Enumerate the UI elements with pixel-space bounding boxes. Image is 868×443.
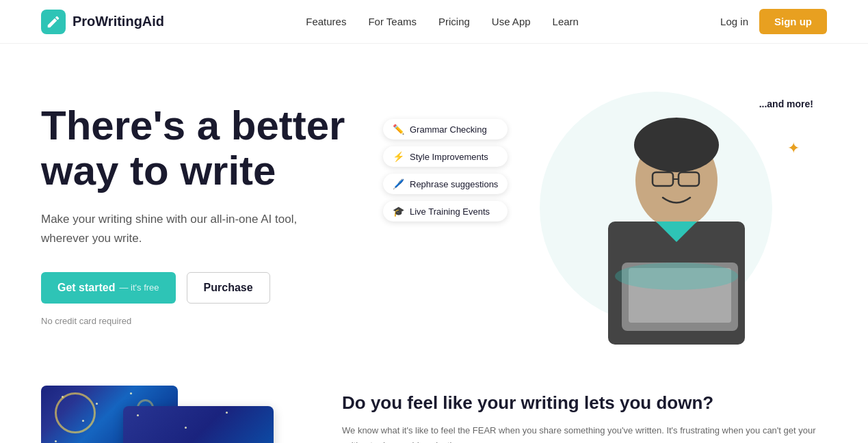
nav-links: Features For Teams Pricing Use App Learn: [306, 16, 579, 28]
svg-point-8: [615, 263, 738, 290]
get-started-button[interactable]: Get started — it's free: [41, 272, 176, 304]
nav-actions: Log in Sign up: [720, 9, 827, 34]
person-svg: [581, 85, 772, 345]
hero-person-graphic: [567, 78, 786, 345]
hero-buttons: Get started — it's free Purchase: [41, 272, 424, 304]
hero-right: ✏️ Grammar Checking ⚡ Style Improvements…: [424, 85, 827, 345]
second-section-heading: Do you feel like your writing lets you d…: [342, 392, 827, 414]
signup-button[interactable]: Sign up: [759, 9, 827, 34]
login-button[interactable]: Log in: [720, 16, 748, 27]
second-section-right: Do you feel like your writing lets you d…: [342, 386, 827, 443]
nav-pricing[interactable]: Pricing: [438, 16, 470, 27]
logo[interactable]: ProWritingAid: [41, 10, 164, 34]
and-more-text: ...and more!: [759, 98, 813, 109]
nav-features[interactable]: Features: [306, 16, 346, 27]
no-credit-card-text: No credit card required: [41, 316, 424, 326]
navbar: ProWritingAid Features For Teams Pricing…: [0, 0, 868, 44]
logo-text: ProWritingAid: [73, 14, 164, 29]
purchase-button[interactable]: Purchase: [187, 272, 270, 304]
swirl-1: [55, 392, 96, 433]
nav-use-app[interactable]: Use App: [492, 16, 531, 27]
hero-section: There's a better way to write Make your …: [0, 44, 868, 372]
star-icon: ✦: [787, 139, 800, 157]
nav-learn[interactable]: Learn: [553, 16, 579, 27]
svg-point-5: [634, 118, 719, 172]
screenshot-area: My idea in my head: [41, 386, 287, 443]
starry-night-card-front: My idea in my head: [123, 406, 274, 443]
hero-title: There's a better way to write: [41, 103, 424, 193]
nav-for-teams[interactable]: For Teams: [368, 16, 417, 27]
hero-left: There's a better way to write Make your …: [41, 103, 424, 325]
second-section-body: We know what it's like to feel the FEAR …: [342, 423, 827, 443]
hero-subtitle: Make your writing shine with our all-in-…: [41, 210, 328, 247]
second-section: My idea in my head Do you feel like your…: [0, 372, 868, 443]
logo-icon: [41, 10, 66, 34]
overlay-dots: [123, 406, 274, 443]
